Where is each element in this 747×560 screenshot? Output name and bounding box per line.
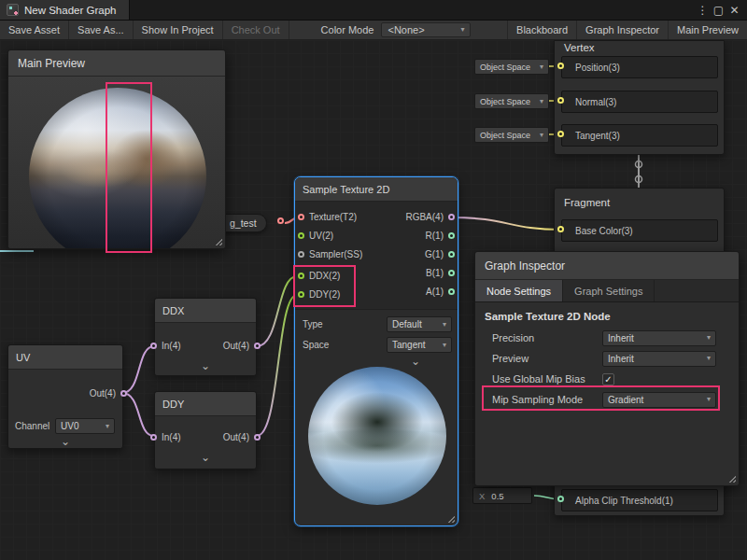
- chevron-down-icon: ▾: [540, 98, 543, 105]
- port-icon[interactable]: [448, 251, 455, 258]
- alpha-clip-input[interactable]: X 0.5: [472, 487, 532, 504]
- a-out-port[interactable]: A(1): [426, 287, 455, 297]
- collapse-chevron-icon[interactable]: ⌄: [61, 436, 70, 447]
- space-dropdown[interactable]: Tangent ▾: [387, 337, 452, 353]
- ddy-input-port[interactable]: DDY(2): [298, 289, 340, 300]
- port-icon[interactable]: [557, 226, 564, 232]
- save-asset-button[interactable]: Save Asset: [0, 21, 69, 39]
- graph-inspector-toggle-button[interactable]: Graph Inspector: [576, 21, 668, 39]
- tab-graph-settings[interactable]: Graph Settings: [563, 280, 655, 301]
- vertex-port-normal[interactable]: Normal(3): [561, 91, 718, 113]
- property-output-port[interactable]: [277, 217, 284, 224]
- mip-sampling-mode-dropdown[interactable]: Gradient ▾: [602, 392, 716, 408]
- tab-node-settings[interactable]: Node Settings: [475, 280, 563, 301]
- port-icon[interactable]: [557, 97, 564, 104]
- toolbar-spacer: [471, 21, 507, 39]
- ddx-input-port[interactable]: DDX(2): [298, 271, 340, 281]
- ddy-node[interactable]: DDY In(4) Out(4) ⌄: [154, 391, 257, 469]
- save-as-button[interactable]: Save As...: [69, 21, 134, 39]
- stack-connector-dot: [636, 161, 642, 168]
- resize-grip-icon[interactable]: [726, 473, 736, 483]
- port-icon[interactable]: [298, 251, 304, 258]
- precision-dropdown[interactable]: Inherit ▾: [602, 330, 716, 346]
- uv-out-port[interactable]: Out(4): [90, 388, 127, 399]
- collapse-chevron-icon[interactable]: ⌄: [201, 360, 210, 371]
- property-label: g_test: [230, 217, 257, 229]
- type-dropdown[interactable]: Default ▾: [387, 316, 452, 332]
- fragment-port-base-color[interactable]: Base Color(3): [561, 219, 718, 242]
- ddx-out-port[interactable]: Out(4): [223, 341, 261, 351]
- uv-node-title: UV: [8, 345, 122, 370]
- ddx-node[interactable]: DDX In(4) Out(4) ⌄: [154, 298, 257, 376]
- vertex-node[interactable]: Vertex Position(3) Normal(3) Tangent(3): [554, 40, 725, 155]
- space-dropdown-value: Object Space: [480, 131, 530, 140]
- b-out-port[interactable]: B(1): [426, 268, 455, 278]
- ddy-in-port[interactable]: In(4): [150, 432, 181, 442]
- port-icon[interactable]: [254, 434, 261, 441]
- collapse-chevron-icon[interactable]: ⌄: [411, 356, 420, 367]
- sample-texture-2d-node[interactable]: Sample Texture 2D Texture(T2) UV(2) Samp…: [294, 176, 458, 526]
- uv-in-port[interactable]: UV(2): [298, 231, 333, 241]
- wire-ddx-to-sample[interactable]: [257, 276, 297, 346]
- more-icon[interactable]: ⋮: [695, 4, 711, 17]
- graph-inspector-panel-title[interactable]: Graph Inspector: [475, 252, 739, 280]
- ddx-node-title: DDX: [155, 299, 256, 323]
- port-icon[interactable]: [557, 131, 564, 137]
- port-icon[interactable]: [298, 214, 304, 220]
- port-icon[interactable]: [448, 270, 455, 276]
- graph-inspector-panel: Graph Inspector Node Settings Graph Sett…: [474, 251, 740, 486]
- port-icon[interactable]: [150, 434, 157, 441]
- port-icon[interactable]: [298, 273, 304, 279]
- position-space-dropdown[interactable]: Object Space ▾: [474, 59, 549, 75]
- chevron-down-icon: ▾: [707, 396, 711, 403]
- color-mode-dropdown[interactable]: <None> ▾: [381, 22, 471, 37]
- port-icon[interactable]: [557, 63, 564, 69]
- port-icon[interactable]: [254, 343, 261, 349]
- fragment-port-alpha-clip[interactable]: Alpha Clip Threshold(1): [561, 489, 718, 511]
- collapse-chevron-icon[interactable]: ⌄: [201, 452, 210, 463]
- port-icon[interactable]: [448, 232, 455, 239]
- node-preview-sphere: [308, 367, 446, 505]
- port-icon[interactable]: [448, 214, 455, 220]
- alpha-clip-input-value: 0.5: [491, 491, 503, 501]
- g-out-port[interactable]: G(1): [425, 249, 455, 259]
- wire-uv-to-ddy[interactable]: [122, 393, 154, 436]
- use-global-mip-bias-row: Use Global Mip Bias ✓: [492, 370, 727, 388]
- ddx-in-port[interactable]: In(4): [150, 341, 181, 351]
- vertex-port-tangent[interactable]: Tangent(3): [561, 124, 718, 147]
- preview-dropdown[interactable]: Inherit ▾: [602, 351, 716, 367]
- resize-grip-icon[interactable]: [445, 513, 455, 523]
- port-label: Tangent(3): [575, 131, 620, 141]
- rgba-out-port[interactable]: RGBA(4): [405, 212, 455, 222]
- normal-space-dropdown[interactable]: Object Space ▾: [474, 93, 549, 109]
- port-icon[interactable]: [298, 291, 304, 298]
- use-global-mip-bias-checkbox[interactable]: ✓: [602, 373, 614, 385]
- maximize-icon[interactable]: ▢: [711, 4, 726, 17]
- port-icon[interactable]: [448, 288, 455, 295]
- tangent-space-dropdown[interactable]: Object Space ▾: [474, 127, 549, 143]
- ddy-out-port[interactable]: Out(4): [223, 432, 261, 442]
- wire-uv-to-ddx[interactable]: [122, 346, 154, 393]
- close-icon[interactable]: ✕: [726, 4, 742, 17]
- r-out-port[interactable]: R(1): [426, 231, 455, 241]
- wire-ddy-to-sample[interactable]: [257, 295, 297, 436]
- port-label: DDX(2): [309, 271, 340, 281]
- chevron-down-icon: ▾: [443, 342, 446, 349]
- channel-dropdown[interactable]: UV0 ▾: [55, 418, 115, 434]
- blackboard-toggle-button[interactable]: Blackboard: [507, 21, 576, 39]
- graph-canvas[interactable]: Fragment Base Color(3) Alpha Clip Thresh…: [0, 40, 747, 560]
- main-preview-panel-title[interactable]: Main Preview: [8, 50, 225, 77]
- type-value: Default: [392, 319, 422, 329]
- port-icon[interactable]: [120, 390, 127, 397]
- main-preview-toggle-button[interactable]: Main Preview: [668, 21, 747, 39]
- uv-node[interactable]: UV Out(4) Channel UV0 ▾ ⌄: [7, 344, 123, 449]
- port-icon[interactable]: [557, 496, 564, 502]
- wire-rgba-to-basecolor[interactable]: [452, 217, 561, 230]
- tab-new-shader-graph[interactable]: New Shader Graph: [0, 0, 130, 20]
- port-icon[interactable]: [150, 343, 157, 349]
- show-in-project-button[interactable]: Show In Project: [134, 21, 223, 39]
- texture-in-port[interactable]: Texture(T2): [298, 212, 357, 222]
- vertex-port-position[interactable]: Position(3): [561, 56, 718, 78]
- port-icon[interactable]: [298, 232, 304, 239]
- sampler-in-port[interactable]: Sampler(SS): [298, 249, 362, 259]
